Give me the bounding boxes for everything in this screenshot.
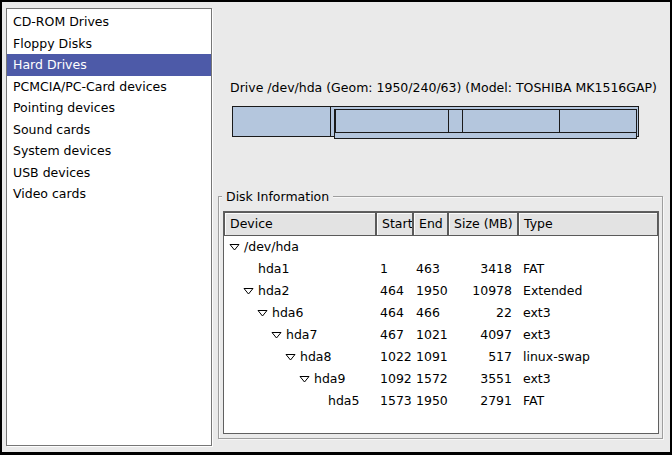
start-cell: 1 bbox=[376, 258, 413, 280]
column-header-end[interactable]: End bbox=[413, 212, 448, 236]
sidebar-item-pointing-devices[interactable]: Pointing devices bbox=[7, 97, 211, 119]
size-cell bbox=[448, 236, 518, 258]
tree-indent bbox=[229, 401, 313, 402]
size-cell: 3551 bbox=[448, 368, 518, 390]
sidebar-item-usb-devices[interactable]: USB devices bbox=[7, 162, 211, 184]
table-row-hda6[interactable]: hda646446622ext3 bbox=[224, 302, 658, 324]
start-cell: 464 bbox=[376, 302, 413, 324]
device-label: hda6 bbox=[272, 302, 303, 324]
device-category-list: CD-ROM DrivesFloppy DisksHard DrivesPCMC… bbox=[6, 8, 212, 446]
tree-indent bbox=[229, 291, 243, 292]
partition-segment-hda9 bbox=[463, 110, 560, 132]
table-row-hda9[interactable]: hda9109215723551ext3 bbox=[224, 368, 658, 390]
partition-segment-hda5 bbox=[560, 110, 636, 132]
expander-triangle-icon[interactable] bbox=[229, 243, 244, 251]
size-cell: 10978 bbox=[448, 280, 518, 302]
device-cell: hda2 bbox=[224, 280, 376, 302]
device-label: hda2 bbox=[258, 280, 289, 302]
disk-information-frame: Disk Information DeviceStartEndSize (MB)… bbox=[218, 196, 663, 439]
end-cell: 1950 bbox=[413, 390, 448, 412]
tree-indent bbox=[229, 357, 285, 358]
expander-triangle-icon[interactable] bbox=[257, 309, 272, 317]
logical-partition-segments bbox=[335, 110, 636, 133]
type-cell: FAT bbox=[518, 390, 658, 412]
start-cell: 1092 bbox=[376, 368, 413, 390]
end-cell: 1091 bbox=[413, 346, 448, 368]
type-cell: Extended bbox=[518, 280, 658, 302]
drive-title: Drive /dev/hda (Geom: 1950/240/63) (Mode… bbox=[230, 80, 642, 95]
table-row-hda2[interactable]: hda2464195010978Extended bbox=[224, 280, 658, 302]
type-cell: ext3 bbox=[518, 324, 658, 346]
device-label: hda9 bbox=[314, 368, 345, 390]
partition-segment-hda8 bbox=[449, 110, 463, 132]
size-cell: 2791 bbox=[448, 390, 518, 412]
partition-segment-hda7 bbox=[336, 110, 448, 132]
device-cell: hda7 bbox=[224, 324, 376, 346]
end-cell: 466 bbox=[413, 302, 448, 324]
expander-triangle-icon[interactable] bbox=[299, 375, 314, 383]
start-cell bbox=[376, 236, 413, 258]
end-cell: 1572 bbox=[413, 368, 448, 390]
tree-indent bbox=[229, 379, 299, 380]
size-cell: 4097 bbox=[448, 324, 518, 346]
sidebar-item-video-cards[interactable]: Video cards bbox=[7, 183, 211, 205]
expander-triangle-icon[interactable] bbox=[271, 331, 286, 339]
sidebar-item-system-devices[interactable]: System devices bbox=[7, 140, 211, 162]
sidebar-item-pcmcia-pc-card-devices[interactable]: PCMCIA/PC-Card devices bbox=[7, 76, 211, 98]
device-label: hda7 bbox=[286, 324, 317, 346]
tree-indent bbox=[229, 335, 271, 336]
table-row-hda8[interactable]: hda810221091517linux-swap bbox=[224, 346, 658, 368]
table-row-hda1[interactable]: hda114633418FAT bbox=[224, 258, 658, 280]
device-label: hda8 bbox=[300, 346, 331, 368]
end-cell: 463 bbox=[413, 258, 448, 280]
drive-partition-map bbox=[232, 106, 639, 137]
disk-information-frame-label: Disk Information bbox=[222, 189, 333, 204]
end-cell: 1021 bbox=[413, 324, 448, 346]
sidebar-item-hard-drives[interactable]: Hard Drives bbox=[7, 54, 211, 76]
device-cell: hda6 bbox=[224, 302, 376, 324]
expander-triangle-icon[interactable] bbox=[285, 353, 300, 361]
end-cell: 1950 bbox=[413, 280, 448, 302]
column-header-size-mb[interactable]: Size (MB) bbox=[448, 212, 518, 236]
column-header-start[interactable]: Start bbox=[376, 212, 413, 236]
start-cell: 467 bbox=[376, 324, 413, 346]
device-cell: hda5 bbox=[224, 390, 376, 412]
partition-segment-hda2-extended bbox=[334, 109, 637, 139]
column-header-type[interactable]: Type bbox=[518, 212, 658, 236]
type-cell: linux-swap bbox=[518, 346, 658, 368]
column-header-device[interactable]: Device bbox=[224, 212, 376, 236]
sidebar-item-floppy-disks[interactable]: Floppy Disks bbox=[7, 33, 211, 55]
device-cell: hda8 bbox=[224, 346, 376, 368]
size-cell: 517 bbox=[448, 346, 518, 368]
device-cell: /dev/hda bbox=[224, 236, 376, 258]
device-cell: hda9 bbox=[224, 368, 376, 390]
type-cell: FAT bbox=[518, 258, 658, 280]
table-header-row: DeviceStartEndSize (MB)Type bbox=[224, 212, 658, 236]
type-cell: ext3 bbox=[518, 302, 658, 324]
table-row-dev-hda[interactable]: /dev/hda bbox=[224, 236, 658, 258]
device-cell: hda1 bbox=[224, 258, 376, 280]
hardware-browser-window: CD-ROM DrivesFloppy DisksHard DrivesPCMC… bbox=[0, 0, 672, 455]
device-label: hda5 bbox=[328, 390, 359, 412]
table-body: /dev/hdahda114633418FAThda2464195010978E… bbox=[224, 236, 658, 412]
sidebar-item-cd-rom-drives[interactable]: CD-ROM Drives bbox=[7, 11, 211, 33]
device-label: hda1 bbox=[258, 258, 289, 280]
end-cell bbox=[413, 236, 448, 258]
start-cell: 1022 bbox=[376, 346, 413, 368]
type-cell: ext3 bbox=[518, 368, 658, 390]
type-cell bbox=[518, 236, 658, 258]
device-label: /dev/hda bbox=[244, 236, 299, 258]
start-cell: 1573 bbox=[376, 390, 413, 412]
table-row-hda7[interactable]: hda746710214097ext3 bbox=[224, 324, 658, 346]
disk-information-table: DeviceStartEndSize (MB)Type /dev/hdahda1… bbox=[223, 211, 659, 434]
tree-indent bbox=[229, 313, 257, 314]
tree-indent bbox=[229, 269, 243, 270]
size-cell: 3418 bbox=[448, 258, 518, 280]
start-cell: 464 bbox=[376, 280, 413, 302]
sidebar-item-sound-cards[interactable]: Sound cards bbox=[7, 119, 211, 141]
expander-triangle-icon[interactable] bbox=[243, 287, 258, 295]
partition-segment-hda1 bbox=[233, 107, 331, 136]
table-row-hda5[interactable]: hda5157319502791FAT bbox=[224, 390, 658, 412]
size-cell: 22 bbox=[448, 302, 518, 324]
